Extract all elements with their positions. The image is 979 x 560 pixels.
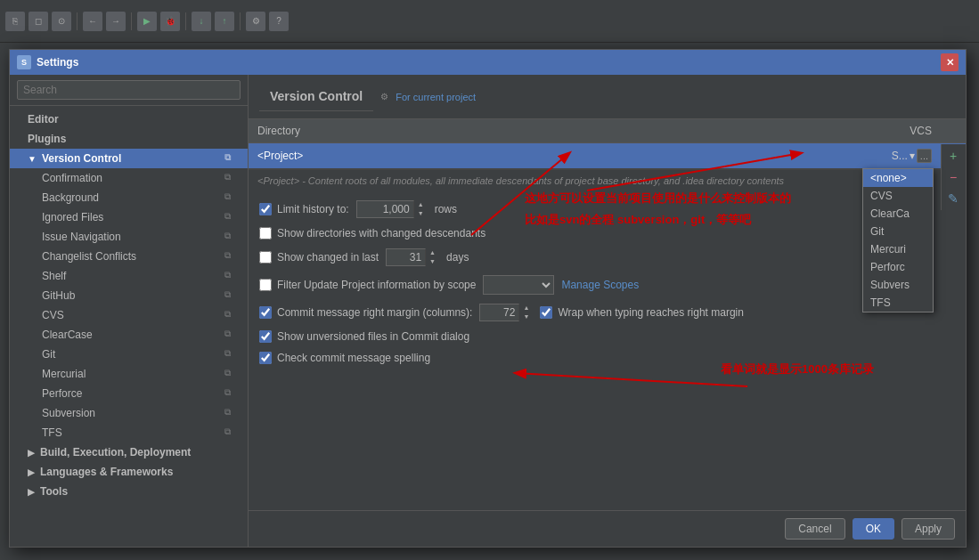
toolbar-icon-1[interactable]: ⎘ <box>5 12 25 31</box>
toolbar-icon-forward[interactable]: → <box>106 12 126 31</box>
toolbar-sep-4 <box>240 12 241 30</box>
main-toolbar: ⎘ ◻ ⊙ ← → ▶ 🐞 ↓ ↑ ⚙ ? <box>0 0 979 43</box>
toolbar-icon-back[interactable]: ← <box>83 12 102 31</box>
toolbar-icon-debug[interactable]: 🐞 <box>160 12 180 31</box>
toolbar-vcs-commit[interactable]: ↑ <box>215 12 234 31</box>
toolbar-icon-run[interactable]: ▶ <box>137 12 157 31</box>
toolbar-icon-help[interactable]: ? <box>269 12 289 31</box>
toolbar-sep-1 <box>77 12 78 30</box>
toolbar-sep-3 <box>185 12 186 30</box>
toolbar-icon-settings[interactable]: ⚙ <box>246 12 265 31</box>
toolbar-icon-2[interactable]: ◻ <box>29 12 48 31</box>
toolbar-sep-2 <box>131 12 132 30</box>
toolbar-vcs-update[interactable]: ↓ <box>192 12 211 31</box>
toolbar-icon-3[interactable]: ⊙ <box>52 12 71 31</box>
